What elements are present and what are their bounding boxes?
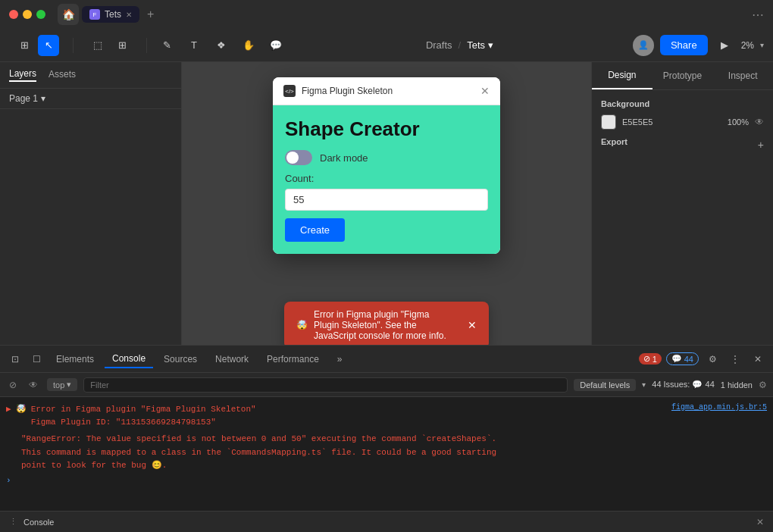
create-button[interactable]: Create (285, 218, 345, 242)
plugin-title: Figma Plugin Skeleton (302, 86, 474, 96)
context-top-dropdown[interactable]: top ▾ (47, 378, 77, 391)
select-tool-btn[interactable]: ↖ (38, 35, 59, 56)
console-prompt[interactable]: › (6, 473, 767, 485)
devtools-close-icon[interactable]: ✕ (749, 350, 767, 368)
grid-tool-btn[interactable]: ⊞ (111, 35, 133, 56)
error-toast: 🤯 Error in Figma plugin "Figma Plugin Sk… (284, 302, 489, 346)
error-count-badge: ⊘ 1 (639, 353, 662, 365)
background-color-swatch[interactable] (601, 114, 616, 130)
devtools-tab-performance[interactable]: Performance (259, 351, 327, 368)
plugin-heading: Shape Creator (285, 117, 488, 141)
visibility-icon[interactable]: 👁 (755, 117, 764, 127)
share-button[interactable]: Share (660, 35, 708, 55)
minimize-traffic-light[interactable] (23, 10, 32, 19)
devtools-tab-more[interactable]: » (330, 351, 350, 368)
tab-assets[interactable]: Assets (49, 69, 76, 81)
count-label: Count: (285, 173, 488, 184)
home-tab[interactable]: 🏠 (58, 4, 79, 25)
levels-dropdown[interactable]: Default levels (574, 379, 636, 391)
breadcrumb-sep: / (458, 39, 462, 51)
devtools-settings-icon[interactable]: ⚙ (703, 350, 721, 368)
issues-badge: 44 Issues: 💬 44 (652, 380, 715, 390)
hidden-badge: 1 hidden (721, 380, 753, 390)
toolbar: ⊞ ↖ ⬚ ⊞ ✎ T ❖ ✋ 💬 Drafts / Tets ▾ 👤 Shar… (0, 29, 773, 62)
console-filename[interactable]: figma_app.min.js.br:5 (671, 403, 767, 412)
filter-eye-icon[interactable]: 👁 (26, 378, 41, 392)
toolbar-divider-1 (73, 38, 74, 53)
plugin-window: </> Figma Plugin Skeleton ✕ Shape Creato… (273, 77, 500, 254)
console-settings-icon[interactable]: ⚙ (759, 380, 767, 390)
tab-layers[interactable]: Layers (9, 68, 36, 82)
error-toast-message: Error in Figma plugin "Figma Plugin Skel… (314, 309, 455, 341)
figma-tab[interactable]: F Tets ✕ (82, 6, 139, 23)
frame-tool-btn[interactable]: ⬚ (87, 35, 108, 56)
background-opacity-value[interactable]: 100% (728, 117, 749, 127)
close-traffic-light[interactable] (9, 10, 18, 19)
new-tab-button[interactable]: + (142, 8, 158, 21)
devtools-mobile-icon[interactable]: ☐ (27, 350, 45, 368)
right-panel-content: Background E5E5E5 100% 👁 Export + (592, 90, 773, 345)
levels-chevron-icon: ▾ (642, 380, 646, 389)
canvas[interactable]: </> Figma Plugin Skeleton ✕ Shape Creato… (182, 62, 591, 345)
plugin-header: </> Figma Plugin Skeleton ✕ (273, 77, 500, 105)
error-toast-close-icon[interactable]: ✕ (468, 319, 477, 331)
error-toast-emoji: 🤯 (296, 320, 308, 330)
count-input[interactable] (285, 189, 488, 211)
devtools-icons: ⊘ 1 💬 44 ⚙ ⋮ ✕ (639, 350, 767, 368)
move-tool-btn[interactable]: ⊞ (14, 35, 35, 56)
devtools-console-content: ▶ 🤯 Error in Figma plugin "Figma Plugin … (0, 397, 773, 511)
top-chevron-icon: ▾ (67, 380, 71, 390)
tab-design[interactable]: Design (592, 62, 653, 89)
components-tool-btn[interactable]: ❖ (211, 35, 232, 56)
tool-group-select: ⊞ ↖ (9, 32, 64, 59)
zoom-level[interactable]: 2% (741, 40, 754, 51)
filter-block-icon[interactable]: ⊘ (6, 378, 20, 392)
info-count-badge: 💬 44 (666, 352, 699, 365)
hand-tool-btn[interactable]: ✋ (238, 35, 259, 56)
devtools-tab-bar: ⊡ ☐ Elements Console Sources Network Per… (0, 346, 773, 373)
dark-mode-toggle[interactable] (285, 150, 312, 165)
plugin-favicon-icon: </> (283, 85, 296, 97)
left-panel-tabs: Layers Assets (0, 62, 181, 89)
vector-tool-btn[interactable]: ✎ (156, 35, 177, 56)
export-add-icon[interactable]: + (758, 139, 764, 151)
tab-inspect[interactable]: Inspect (712, 63, 773, 89)
devtools-tab-network[interactable]: Network (208, 351, 256, 368)
export-section-title: Export (601, 137, 627, 146)
devtools-tab-console[interactable]: Console (105, 350, 153, 368)
title-bar-more[interactable]: ⋯ (752, 8, 764, 22)
page-selector[interactable]: Page 1 ▾ (0, 89, 181, 109)
devtools-tab-sources[interactable]: Sources (156, 351, 205, 368)
console-filter-input[interactable] (83, 377, 568, 393)
tab-label: Tets (105, 9, 121, 20)
plugin-close-icon[interactable]: ✕ (480, 85, 490, 97)
tab-favicon: F (89, 9, 100, 20)
tab-close-icon[interactable]: ✕ (126, 11, 132, 19)
console-error-emoji: 🤯 (16, 404, 27, 414)
devtools-tab-elements[interactable]: Elements (49, 351, 102, 368)
avatar[interactable]: 👤 (633, 35, 654, 56)
toggle-knob (286, 152, 299, 164)
project-name[interactable]: Tets ▾ (467, 39, 493, 51)
bottom-bar: ⋮ Console ✕ (0, 511, 773, 532)
maximize-traffic-light[interactable] (36, 10, 45, 19)
comment-tool-btn[interactable]: 💬 (265, 35, 286, 56)
background-color-row: E5E5E5 100% 👁 (601, 114, 764, 130)
right-panel-tabs: Design Prototype Inspect (592, 62, 773, 90)
play-button[interactable]: ▶ (714, 35, 735, 56)
text-tool-btn[interactable]: T (183, 35, 205, 56)
bottom-bar-close-icon[interactable]: ✕ (756, 517, 764, 527)
devtools-more-icon[interactable]: ⋮ (726, 350, 744, 368)
console-error-row-1: ▶ 🤯 Error in Figma plugin "Figma Plugin … (6, 402, 767, 430)
chevron-down-icon: ▾ (488, 39, 493, 51)
left-panel: Layers Assets Page 1 ▾ (0, 62, 182, 345)
bottom-bar-more-icon[interactable]: ⋮ (9, 517, 17, 527)
plugin-body: Shape Creator Dark mode Count: Create (273, 105, 500, 254)
tab-prototype[interactable]: Prototype (653, 63, 713, 89)
dark-mode-label: Dark mode (320, 152, 368, 164)
drafts-label: Drafts (426, 39, 452, 51)
console-error-text-1: Error in Figma plugin "Figma Plugin Skel… (31, 403, 667, 428)
devtools-filter-bar: ⊘ 👁 top ▾ Default levels ▾ 44 Issues: 💬 … (0, 373, 773, 397)
background-color-value[interactable]: E5E5E5 (622, 117, 721, 127)
devtools-inspect-icon[interactable]: ⊡ (6, 350, 24, 368)
